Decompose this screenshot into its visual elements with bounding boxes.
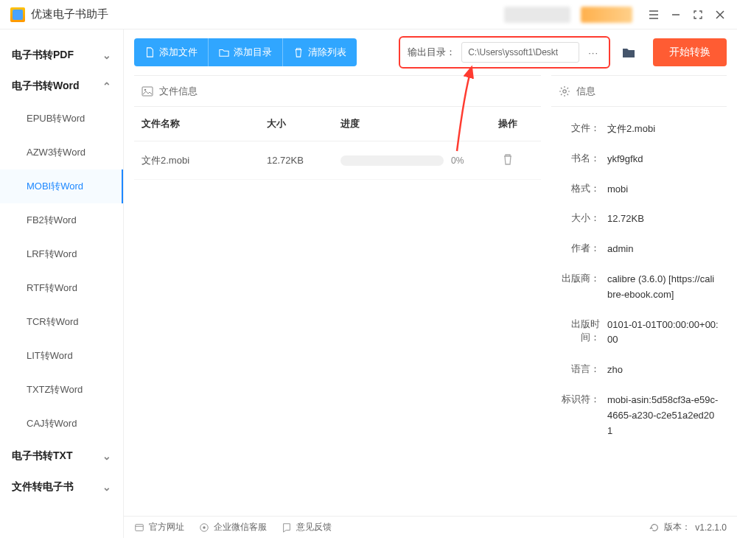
feedback-link[interactable]: 意见反馈	[282, 521, 332, 533]
svg-rect-3	[136, 524, 144, 531]
sidebar-item-azw3[interactable]: AZW3转Word	[0, 136, 123, 169]
toolbar: 添加文件 添加目录 清除列表 输出目录： ··· 开始转换	[124, 29, 737, 75]
sidebar-group-label: 文件转电子书	[12, 480, 74, 494]
sidebar-item-rtf[interactable]: RTF转Word	[0, 271, 123, 305]
sidebar-item-lit[interactable]: LIT转Word	[0, 339, 123, 373]
version-info: 版本： v1.2.1.0	[649, 521, 727, 533]
info-row: 出版时间：0101-01-01T00:00:00+00:00	[556, 310, 722, 356]
sidebar-group-label: 电子书转PDF	[12, 49, 74, 62]
chevron-down-icon: ⌄	[102, 481, 111, 493]
info-panel: 信息 文件：文件2.mobi 书名：ykf9gfkd 格式：mobi 大小：12…	[551, 75, 727, 516]
file-panel-header: 文件信息	[134, 76, 541, 107]
menu-icon[interactable]	[643, 4, 665, 26]
open-folder-button[interactable]	[616, 40, 641, 65]
start-convert-button[interactable]: 开始转换	[653, 38, 727, 66]
sidebar-item-fb2[interactable]: FB2转Word	[0, 203, 123, 237]
app-logo-icon	[10, 7, 25, 22]
main: 添加文件 添加目录 清除列表 输出目录： ··· 开始转换	[124, 29, 737, 538]
file-icon	[144, 47, 155, 57]
add-dir-button[interactable]: 添加目录	[208, 38, 282, 66]
col-progress: 进度	[340, 117, 482, 130]
svg-rect-0	[142, 87, 153, 96]
svg-point-2	[563, 89, 566, 92]
user-blur-2	[581, 7, 632, 23]
sidebar-group-label: 电子书转TXT	[12, 449, 72, 463]
sidebar-group-toebook[interactable]: 文件转电子书 ⌄	[0, 472, 123, 503]
sidebar-group-pdf[interactable]: 电子书转PDF ⌄	[0, 40, 123, 71]
info-row: 文件：文件2.mobi	[556, 114, 722, 144]
output-path-box: 输出目录： ···	[399, 36, 610, 69]
delete-row-button[interactable]	[482, 153, 534, 167]
sidebar-group-txt[interactable]: 电子书转TXT ⌄	[0, 441, 123, 472]
svg-point-1	[144, 88, 147, 91]
sidebar-item-epub[interactable]: EPUB转Word	[0, 102, 123, 136]
progress-bar	[340, 155, 444, 166]
table-header: 文件名称 大小 进度 操作	[134, 107, 541, 141]
col-action: 操作	[482, 117, 534, 130]
sidebar-item-mobi[interactable]: MOBI转Word	[0, 169, 123, 203]
info-row: 格式：mobi	[556, 175, 722, 205]
clear-button[interactable]: 清除列表	[282, 38, 357, 66]
output-label: 输出目录：	[408, 46, 455, 59]
toolbar-button-group: 添加文件 添加目录 清除列表	[134, 38, 357, 66]
folder-icon	[219, 47, 229, 57]
info-row: 大小：12.72KB	[556, 204, 722, 234]
sidebar-group-word[interactable]: 电子书转Word ⌃	[0, 71, 123, 102]
output-path-input[interactable]	[461, 42, 579, 63]
info-panel-header: 信息	[551, 76, 727, 107]
titlebar: 优速电子书助手	[0, 0, 737, 29]
sidebar-group-label: 电子书转Word	[12, 80, 80, 93]
info-panel-title: 信息	[576, 85, 595, 98]
col-name: 文件名称	[142, 117, 267, 130]
info-row: 作者：admin	[556, 234, 722, 265]
row-progress: 0%	[340, 155, 482, 166]
sidebar-item-txtz[interactable]: TXTZ转Word	[0, 373, 123, 407]
chevron-up-icon: ⌃	[102, 80, 111, 92]
col-size: 大小	[267, 117, 340, 130]
refresh-icon	[649, 522, 660, 533]
progress-text: 0%	[451, 155, 464, 166]
close-icon[interactable]	[709, 4, 731, 26]
chevron-down-icon: ⌄	[102, 49, 111, 61]
file-panel-title: 文件信息	[159, 85, 198, 98]
info-row: 语言：zho	[556, 355, 722, 385]
info-row: 出版商：calibre (3.6.0) [https://calibre-ebo…	[556, 265, 722, 310]
sidebar-item-lrf[interactable]: LRF转Word	[0, 237, 123, 271]
minimize-icon[interactable]	[665, 4, 687, 26]
trash-icon	[293, 47, 304, 57]
sidebar-item-tcr[interactable]: TCR转Word	[0, 305, 123, 339]
sidebar-item-caj[interactable]: CAJ转Word	[0, 407, 123, 441]
info-row: 书名：ykf9gfkd	[556, 144, 722, 175]
globe-icon	[134, 522, 144, 533]
row-name: 文件2.mobi	[142, 154, 267, 167]
app-title: 优速电子书助手	[31, 7, 108, 21]
browse-dots-button[interactable]: ···	[585, 47, 601, 58]
info-row: 标识符：mobi-asin:5d58cf3a-e59c-4665-a230-c2…	[556, 385, 722, 446]
chevron-down-icon: ⌄	[102, 450, 111, 462]
sidebar: 电子书转PDF ⌄ 电子书转Word ⌃ EPUB转Word AZW3转Word…	[0, 29, 124, 538]
add-file-label: 添加文件	[159, 46, 198, 59]
user-blur-1	[504, 7, 570, 23]
headset-icon	[199, 522, 209, 533]
gear-icon	[559, 85, 570, 97]
svg-point-5	[203, 526, 206, 529]
clear-label: 清除列表	[308, 46, 346, 59]
image-icon	[142, 85, 153, 97]
folder-icon	[621, 45, 636, 60]
info-list: 文件：文件2.mobi 书名：ykf9gfkd 格式：mobi 大小：12.72…	[551, 107, 727, 453]
feedback-icon	[282, 522, 292, 533]
table-row[interactable]: 文件2.mobi 12.72KB 0%	[134, 141, 541, 180]
statusbar: 官方网址 企业微信客服 意见反馈 版本： v1.2.1.0	[124, 516, 737, 538]
fullscreen-icon[interactable]	[687, 4, 709, 26]
file-panel: 文件信息 文件名称 大小 进度 操作 文件2.mobi 12.72KB 0%	[134, 75, 541, 516]
add-file-button[interactable]: 添加文件	[134, 38, 208, 66]
wechat-support-link[interactable]: 企业微信客服	[199, 521, 267, 533]
add-dir-label: 添加目录	[234, 46, 272, 59]
row-size: 12.72KB	[267, 155, 340, 166]
official-site-link[interactable]: 官方网址	[134, 521, 184, 533]
trash-icon	[502, 153, 514, 165]
